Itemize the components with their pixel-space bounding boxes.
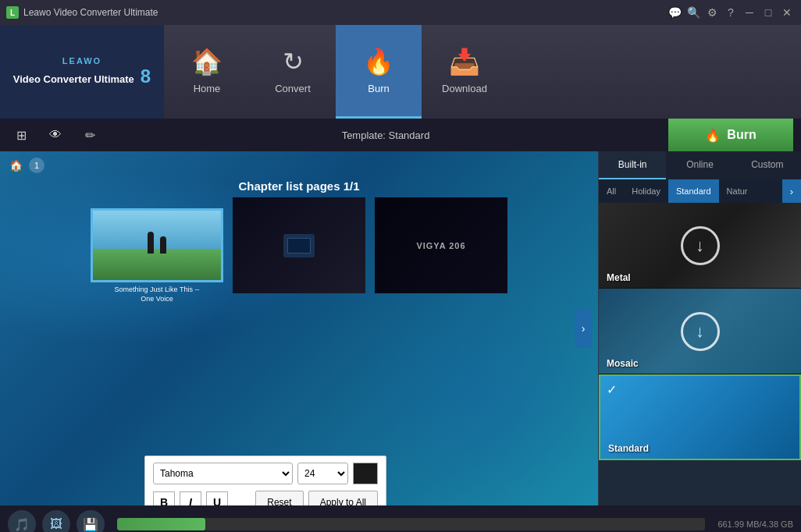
edit-btn[interactable]: ✏ — [77, 122, 103, 148]
thumb-2-frame[interactable] — [233, 208, 365, 282]
music-btn[interactable]: 🎵 — [8, 510, 36, 532]
nav-download[interactable]: 📥 Download — [422, 25, 507, 119]
save-btn[interactable]: 💾 — [77, 510, 105, 532]
thumb-3-scene: VIGYA 206 — [376, 210, 506, 281]
progress-bar-container — [117, 518, 705, 530]
content-area: 🏠 1 Chapter list pages 1/1 — [0, 151, 801, 505]
main-preview: 🏠 1 Chapter list pages 1/1 — [0, 151, 598, 505]
app-title: Leawo Video Converter Ultimate — [23, 7, 158, 18]
thumb-3-frame[interactable]: VIGYA 206 — [375, 208, 507, 282]
burn-icon: 🔥 — [363, 47, 394, 76]
app-logo-icon: L — [6, 6, 19, 19]
underline-button[interactable]: U — [206, 491, 228, 505]
progress-bar-fill — [117, 518, 205, 530]
preview-header: 🏠 1 — [0, 151, 598, 179]
photo-btn[interactable]: 🖼 — [42, 510, 70, 532]
maximize-btn[interactable]: □ — [760, 5, 776, 20]
template-standard-check: ✓ — [607, 382, 617, 397]
main-toolbar: LEAWO Video Converter Ultimate 8 🏠 Home … — [0, 25, 801, 119]
burn-button[interactable]: 🔥 Burn — [668, 119, 793, 151]
thumb-1-label: Something Just Like This --One Voice — [91, 286, 223, 303]
nav-burn[interactable]: 🔥 Burn — [336, 25, 422, 119]
tab-builtin[interactable]: Built-in — [599, 151, 666, 179]
home-icon: 🏠 — [191, 47, 222, 76]
thumbnail-2[interactable] — [233, 208, 365, 303]
nav-bar: 🏠 Home ↺ Convert 🔥 Burn 📥 Download — [164, 25, 507, 119]
eye-view-btn[interactable]: 👁 — [42, 122, 69, 148]
help-icon-btn[interactable]: ? — [723, 5, 739, 20]
window-controls: 💬 🔍 ⚙ ? ─ □ ✕ — [667, 5, 795, 20]
search-icon-btn[interactable]: 🔍 — [685, 5, 701, 20]
next-page-btn[interactable]: › — [575, 309, 592, 348]
thumbnail-1[interactable]: Something Just Like This --One Voice — [91, 208, 223, 303]
bold-button[interactable]: B — [153, 491, 175, 505]
filter-more-btn[interactable]: › — [782, 179, 801, 203]
logo-area: LEAWO Video Converter Ultimate 8 — [0, 25, 164, 119]
logo-leawo: LEAWO — [62, 56, 101, 66]
font-control-row1: Tahoma 24 — [153, 463, 378, 484]
sidebar-panel: Built-in Online Custom All Holiday Stand… — [598, 151, 801, 505]
settings-icon-btn[interactable]: ⚙ — [704, 5, 720, 20]
titlebar: L Leawo Video Converter Ultimate 💬 🔍 ⚙ ?… — [0, 0, 801, 25]
thumb-1-frame[interactable] — [91, 208, 223, 282]
logo-version: 8 — [141, 66, 151, 87]
thumb-2-scene — [234, 210, 364, 281]
burn-icon-small: 🔥 — [705, 128, 721, 143]
template-grid: ↓ Metal ↓ Mosaic ✓ Standard — [599, 203, 801, 505]
font-color-picker[interactable] — [353, 463, 378, 484]
template-metal-name: Metal — [607, 272, 631, 283]
burn-button-label: Burn — [727, 128, 756, 142]
download-icon: 📥 — [449, 47, 480, 76]
template-standard[interactable]: ✓ Standard — [599, 374, 801, 460]
template-metal-download-icon: ↓ — [681, 226, 720, 265]
filter-holiday[interactable]: Holiday — [624, 179, 668, 203]
logo-product: Video Converter Ultimate — [13, 73, 134, 85]
thumb-1-scene — [93, 211, 221, 280]
font-control-row2: B I U Reset Apply to All — [153, 491, 378, 505]
preview-home-icon[interactable]: 🏠 — [9, 159, 23, 172]
nav-burn-label: Burn — [368, 83, 389, 94]
nav-convert[interactable]: ↺ Convert — [250, 25, 336, 119]
template-label: Template: Standard — [111, 129, 660, 141]
thumbnail-3[interactable]: VIGYA 206 — [375, 208, 507, 303]
nav-download-label: Download — [442, 83, 487, 94]
tab-online[interactable]: Online — [666, 151, 733, 179]
nav-home[interactable]: 🏠 Home — [164, 25, 250, 119]
chat-icon-btn[interactable]: 💬 — [667, 5, 682, 20]
tab-custom[interactable]: Custom — [734, 151, 801, 179]
sidebar-tabs: Built-in Online Custom — [599, 151, 801, 179]
status-bar: 🎵 🖼 💾 661.99 MB/4.38 GB — [0, 505, 801, 532]
close-btn[interactable]: ✕ — [779, 5, 795, 20]
template-mosaic[interactable]: ↓ Mosaic — [599, 289, 801, 374]
template-mosaic-download-icon: ↓ — [681, 312, 720, 351]
storage-text: 661.99 MB/4.38 GB — [717, 520, 793, 529]
template-metal[interactable]: ↓ Metal — [599, 203, 801, 289]
page-indicator: 1 — [29, 158, 44, 173]
font-family-select[interactable]: Tahoma — [153, 463, 293, 484]
convert-icon: ↺ — [283, 47, 304, 76]
secondary-toolbar: ⊞ 👁 ✏ Template: Standard 🔥 Burn — [0, 119, 801, 151]
nav-home-label: Home — [194, 83, 221, 94]
nav-convert-label: Convert — [275, 83, 311, 94]
template-mosaic-name: Mosaic — [607, 358, 639, 369]
font-size-select[interactable]: 24 — [297, 463, 348, 484]
filter-nature[interactable]: Natur — [719, 179, 756, 203]
template-standard-name: Standard — [608, 443, 649, 454]
grid-view-btn[interactable]: ⊞ — [8, 122, 34, 148]
titlebar-left: L Leawo Video Converter Ultimate — [6, 6, 158, 19]
filter-standard[interactable]: Standard — [668, 179, 719, 203]
filter-tabs: All Holiday Standard Natur › — [599, 179, 801, 203]
reset-button[interactable]: Reset — [255, 491, 303, 505]
font-control-popup: Tahoma 24 B I U Reset Apply to All — [144, 456, 386, 505]
apply-to-all-button[interactable]: Apply to All — [308, 491, 378, 505]
italic-button[interactable]: I — [180, 491, 201, 505]
filter-all[interactable]: All — [599, 179, 624, 203]
minimize-btn[interactable]: ─ — [742, 5, 757, 20]
